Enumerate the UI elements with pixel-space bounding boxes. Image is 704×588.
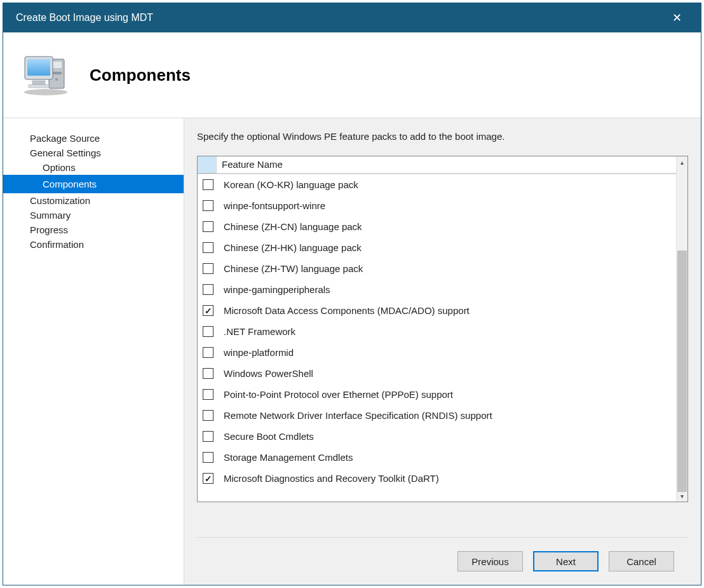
wizard-nav: Package SourceGeneral SettingsOptionsCom… [3, 118, 184, 585]
feature-row[interactable]: .NET Framework [198, 321, 676, 342]
nav-item-progress[interactable]: Progress [3, 222, 184, 237]
wizard-window: Create Boot Image using MDT ✕ [3, 3, 701, 585]
feature-label: Remote Network Driver Interface Specific… [224, 410, 492, 421]
feature-row[interactable]: Chinese (ZH-CN) language pack [198, 216, 676, 237]
feature-checkbox[interactable] [203, 326, 213, 337]
close-icon[interactable]: ✕ [666, 7, 688, 29]
wizard-header: Components [3, 32, 701, 118]
feature-row[interactable]: Chinese (ZH-TW) language pack [198, 258, 676, 279]
wizard-icon [21, 53, 71, 97]
feature-label: Chinese (ZH-TW) language pack [224, 263, 363, 274]
feature-checkbox[interactable] [203, 305, 213, 316]
feature-label: Windows PowerShell [224, 368, 313, 379]
main-panel: Specify the optional Windows PE feature … [184, 118, 701, 585]
feature-row[interactable]: Chinese (ZH-HK) language pack [198, 237, 676, 258]
feature-checkbox[interactable] [203, 221, 213, 232]
title-bar: Create Boot Image using MDT ✕ [3, 3, 701, 32]
scrollbar[interactable]: ▴ ▾ [676, 156, 687, 502]
feature-checkbox[interactable] [203, 347, 213, 358]
feature-row[interactable]: Point-to-Point Protocol over Ethernet (P… [198, 384, 676, 405]
svg-rect-8 [32, 81, 45, 85]
content-area: Package SourceGeneral SettingsOptionsCom… [3, 118, 701, 585]
column-header-row: Feature Name [198, 156, 676, 174]
feature-label: Microsoft Diagnostics and Recovery Toolk… [224, 473, 439, 484]
feature-checkbox[interactable] [203, 389, 213, 400]
nav-item-components[interactable]: Components [3, 175, 184, 193]
cancel-button[interactable]: Cancel [609, 551, 674, 571]
feature-checkbox[interactable] [203, 284, 213, 295]
feature-label: Microsoft Data Access Components (MDAC/A… [224, 305, 470, 316]
feature-row[interactable]: Windows PowerShell [198, 363, 676, 384]
feature-label: .NET Framework [224, 326, 295, 337]
feature-row[interactable]: Korean (KO-KR) language pack [198, 174, 676, 195]
feature-label: Storage Management Cmdlets [224, 452, 353, 463]
feature-checkbox[interactable] [203, 263, 213, 274]
nav-item-options[interactable]: Options [3, 160, 184, 175]
previous-button[interactable]: Previous [457, 551, 523, 571]
feature-row[interactable]: Microsoft Diagnostics and Recovery Toolk… [198, 468, 676, 489]
checkbox-column-header[interactable] [198, 156, 217, 174]
feature-row[interactable]: winpe-platformid [198, 342, 676, 363]
footer-bar: Previous Next Cancel [197, 537, 688, 585]
feature-checkbox[interactable] [203, 473, 213, 484]
next-button[interactable]: Next [533, 551, 599, 571]
nav-item-summary[interactable]: Summary [3, 208, 184, 222]
instruction-text: Specify the optional Windows PE feature … [197, 131, 688, 142]
nav-item-package-source[interactable]: Package Source [3, 131, 184, 146]
nav-item-label: Components [3, 177, 184, 191]
feature-checkbox[interactable] [203, 368, 213, 379]
feature-label: winpe-platformid [224, 347, 294, 358]
feature-label: Korean (KO-KR) language pack [224, 179, 358, 190]
feature-label: Chinese (ZH-HK) language pack [224, 242, 362, 253]
feature-checkbox[interactable] [203, 431, 213, 442]
feature-label: Chinese (ZH-CN) language pack [224, 221, 362, 232]
feature-checkbox[interactable] [203, 242, 213, 253]
feature-row[interactable]: Microsoft Data Access Components (MDAC/A… [198, 300, 676, 321]
feature-row[interactable]: Remote Network Driver Interface Specific… [198, 405, 676, 426]
nav-item-customization[interactable]: Customization [3, 193, 184, 208]
scroll-thumb[interactable] [677, 250, 687, 492]
feature-label: winpe-fontsupport-winre [224, 200, 325, 211]
feature-row[interactable]: Secure Boot Cmdlets [198, 426, 676, 447]
scroll-track[interactable] [677, 168, 687, 490]
feature-label: winpe-gamingperipherals [224, 284, 330, 295]
svg-rect-9 [29, 85, 49, 88]
feature-checkbox[interactable] [203, 452, 213, 463]
feature-row[interactable]: Storage Management Cmdlets [198, 447, 676, 468]
feature-list: Feature Name Korean (KO-KR) language pac… [197, 156, 688, 502]
feature-checkbox[interactable] [203, 179, 213, 190]
nav-item-confirmation[interactable]: Confirmation [3, 237, 184, 252]
window-title: Create Boot Image using MDT [16, 12, 153, 24]
feature-checkbox[interactable] [203, 410, 213, 421]
feature-name-column-header[interactable]: Feature Name [217, 156, 676, 174]
scroll-up-icon[interactable]: ▴ [677, 156, 687, 168]
feature-label: Secure Boot Cmdlets [224, 431, 314, 442]
feature-checkbox[interactable] [203, 200, 213, 211]
feature-label: Point-to-Point Protocol over Ethernet (P… [224, 389, 453, 400]
feature-row[interactable]: winpe-gamingperipherals [198, 279, 676, 300]
feature-row[interactable]: winpe-fontsupport-winre [198, 195, 676, 216]
page-title: Components [90, 65, 191, 85]
nav-item-general-settings[interactable]: General Settings [3, 146, 184, 160]
svg-point-4 [55, 78, 58, 81]
svg-rect-7 [27, 59, 50, 76]
svg-point-0 [24, 89, 67, 95]
